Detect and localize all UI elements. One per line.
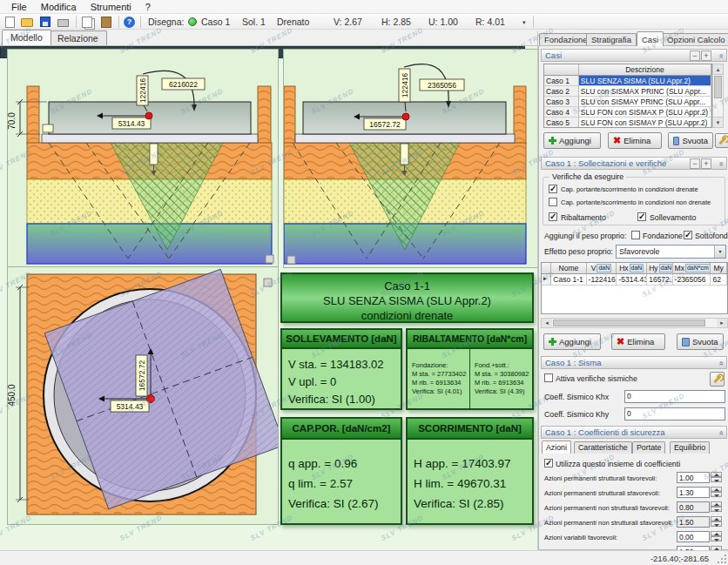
viewport-icon[interactable] [287, 256, 295, 264]
checkbox-sottofondo[interactable] [684, 231, 692, 239]
open-file-icon[interactable] [21, 18, 33, 27]
sisma-section-header[interactable]: Caso 1 : Sisma » [541, 356, 727, 369]
coeff-field[interactable]: 1.50 [677, 516, 710, 528]
col-v[interactable]: VdaN [587, 263, 617, 274]
plan-view[interactable]: 450.0 16572.72 5314.43 [7, 266, 279, 525]
coeff-spinner[interactable] [711, 472, 722, 483]
tab-stratigrafia[interactable]: Stratigrafia [586, 33, 637, 46]
scroll-up-icon[interactable]: ▲ [713, 64, 723, 75]
casi-settings-button[interactable] [715, 133, 728, 148]
coeff-section-header[interactable]: Caso 1 : Coefficienti di sicurezza » [541, 426, 727, 439]
help-icon[interactable] [124, 17, 135, 28]
casi-col-descrizione[interactable]: Descrizione [579, 64, 711, 76]
sollecitazioni-hscrollbar[interactable]: ◄ ► [541, 318, 728, 328]
scroll-right-icon[interactable]: ► [717, 319, 727, 327]
cursor-coordinates: -216.40;-281.65 [650, 554, 709, 563]
expand-plus-icon[interactable]: + [701, 50, 711, 61]
save-icon[interactable] [40, 17, 51, 27]
coeff-spinner[interactable] [711, 487, 722, 498]
checkbox-coefficienti[interactable] [544, 459, 553, 467]
sollecitazioni-table[interactable]: Nome VdaN HxdaN HydaN MxdaN*cm My ▸ Caso… [541, 262, 728, 314]
khx-field[interactable]: 0 [624, 390, 725, 403]
tab-fondazione[interactable]: Fondazione [539, 33, 593, 46]
scroll-left-icon[interactable]: ◄ [542, 319, 552, 327]
tab-azioni[interactable]: Azioni [542, 441, 571, 454]
menu-strumenti[interactable]: Strumenti [84, 1, 138, 13]
chevron-up-icon[interactable]: » [715, 362, 727, 366]
s-section-title: Caso 1 : Sollecitazioni e verifiche [545, 158, 666, 168]
casi-row[interactable]: Caso 4 SLU FON con SISMAX P (SLU Appr.2) [544, 107, 711, 118]
collapse-minus-icon[interactable]: − [690, 50, 700, 61]
checkbox-drenate[interactable] [549, 185, 557, 193]
col-my[interactable]: My [711, 263, 727, 274]
toolbar-caso[interactable]: Caso 1 [201, 17, 230, 27]
combo-arrow-icon[interactable]: ▾ [714, 246, 725, 258]
coeff-field[interactable]: 0.80 [677, 501, 710, 513]
menu-modifica[interactable]: Modifica [35, 1, 83, 13]
coeff-spinner[interactable] [711, 516, 722, 528]
sisma-settings-button[interactable] [710, 372, 725, 387]
soll-svuota-button[interactable]: Svuota [677, 333, 724, 350]
tab-equilibrio[interactable]: Equilibrio [670, 441, 710, 454]
new-file-icon[interactable] [5, 17, 15, 28]
khy-field[interactable]: 0 [624, 407, 725, 420]
coeff-field[interactable]: 1.30 [677, 487, 710, 498]
effetto-combobox[interactable]: Sfavorevole ▾ [616, 245, 726, 259]
tab-relazione[interactable]: Relazione [49, 30, 107, 45]
collapse-minus-icon[interactable]: − [690, 158, 700, 169]
tab-opzioni-calcolo[interactable]: Opzioni Calcolo [662, 33, 728, 46]
casi-row[interactable]: Caso 1 SLU SENZA SISMA (SLU Appr.2) [544, 76, 711, 86]
menu-file[interactable]: File [5, 1, 33, 13]
toolbar-drenato[interactable]: Drenato [277, 17, 309, 27]
tab-portate[interactable]: Portate [632, 441, 665, 454]
tab-caratteristiche[interactable]: Caratteristiche [574, 441, 632, 454]
casi-elimina-button[interactable]: Elimina [608, 132, 662, 149]
checkbox-fondazione[interactable] [631, 231, 640, 239]
soll-aggiungi-button[interactable]: Aggiungi [543, 333, 601, 350]
effetto-value: Sfavorevole [619, 247, 659, 256]
soll-elimina-button[interactable]: Elimina [611, 333, 665, 350]
coeff-spinner[interactable] [711, 531, 722, 542]
resize-grip[interactable] [716, 553, 726, 563]
coeff-spinner[interactable] [711, 501, 722, 513]
toolbar-dropdown-caret[interactable]: ▾ [522, 19, 526, 26]
checkbox-non-drenate[interactable] [549, 198, 557, 206]
paste-icon[interactable] [101, 17, 111, 28]
chevron-up-icon[interactable]: » [715, 55, 727, 58]
chevron-up-icon[interactable]: » [715, 432, 727, 435]
coeff-field[interactable]: 0.00 [677, 531, 710, 542]
checkbox-sismiche[interactable] [544, 373, 553, 382]
col-nome[interactable]: Nome [551, 263, 586, 274]
casi-table[interactable]: Descrizione Caso 1 SLU SENZA SISMA (SLU … [543, 64, 712, 128]
col-hx[interactable]: HxdaN [617, 263, 647, 274]
section-view-2[interactable]: 122416 2365056 16572.72 [283, 49, 538, 268]
sollevamento-header: SOLLEVAMENTO [daN] [282, 330, 401, 349]
col-mx[interactable]: MxdaN*cm [673, 263, 711, 274]
sollecitazioni-section-header[interactable]: Caso 1 : Sollecitazioni e verifiche − + … [541, 157, 727, 170]
toolbar-sol[interactable]: Sol. 1 [242, 17, 266, 27]
drawing-canvas[interactable]: 70.0 122416 6216022 5314.43 [0, 45, 537, 550]
casi-section-header[interactable]: Casi − + » [541, 49, 727, 62]
chevron-up-icon[interactable]: » [715, 163, 727, 166]
col-hy[interactable]: HydaN [647, 263, 672, 274]
checkbox-ribaltamento[interactable] [549, 212, 557, 221]
viewport-icon[interactable] [266, 255, 273, 263]
expand-plus-icon[interactable]: + [701, 158, 711, 169]
casi-row[interactable]: Caso 2 SLU con SISMAX PRINC (SLU Appr... [544, 86, 711, 97]
tab-casi[interactable]: Casi [637, 31, 664, 46]
casi-aggiungi-button[interactable]: Aggiungi [543, 132, 601, 149]
coeff-field[interactable]: 1.00 [677, 472, 710, 483]
section-view-1[interactable]: 70.0 122416 6216022 5314.43 [7, 49, 279, 268]
copy-icon[interactable] [82, 17, 92, 28]
casi-svuota-button[interactable]: Svuota [668, 132, 713, 149]
checkbox-sollevamento[interactable] [637, 212, 646, 221]
print-icon[interactable] [57, 19, 69, 27]
viewport-icon[interactable] [264, 279, 272, 286]
casi-scrollbar[interactable]: ▲ ▼ [712, 64, 724, 128]
menu-help[interactable]: ? [139, 1, 157, 13]
tab-modello[interactable]: Modello [2, 30, 51, 45]
scroll-down-icon[interactable]: ▼ [713, 117, 723, 127]
casi-row[interactable]: Caso 3 SLU con SISMAY PRINC (SLU Appr... [544, 97, 711, 107]
sollecitazioni-row[interactable]: ▸ Caso 1-1 -122416 -5314.43 16572... -23… [542, 274, 727, 286]
casi-row[interactable]: Caso 5 SLU FON con SISMAY P (SLU Appr.2) [544, 118, 711, 128]
